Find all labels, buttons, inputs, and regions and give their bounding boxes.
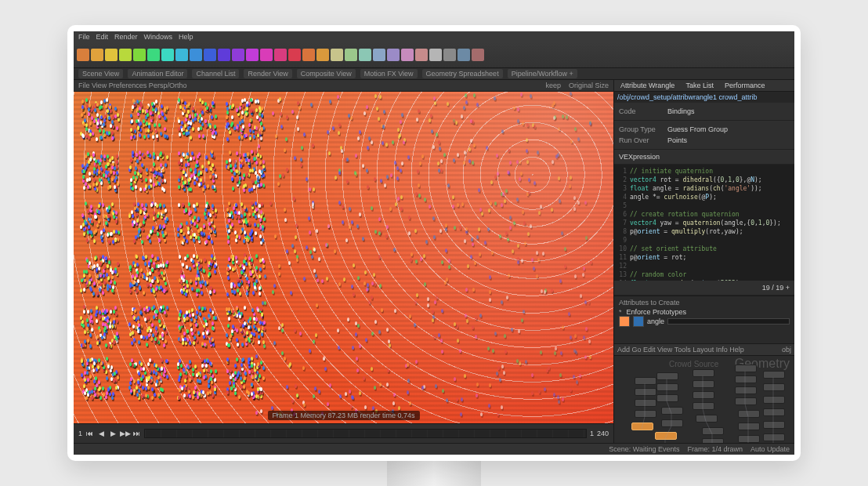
shelf-tool-character[interactable] bbox=[190, 49, 202, 61]
shelf-tool-texture[interactable] bbox=[147, 49, 160, 61]
shelf-tool-rigging[interactable] bbox=[161, 49, 174, 61]
menu-windows[interactable]: Windows bbox=[144, 33, 173, 41]
last-frame-field[interactable]: 240 bbox=[597, 430, 609, 437]
shelf-tool-constraints[interactable] bbox=[204, 49, 216, 61]
network-node[interactable] bbox=[635, 377, 656, 385]
run-over-value[interactable]: Points bbox=[667, 136, 687, 144]
parm-tab-bindings[interactable]: Bindings bbox=[667, 107, 695, 115]
frame-slider[interactable] bbox=[144, 429, 587, 438]
current-frame-field[interactable]: 1 bbox=[590, 430, 594, 437]
shelf-tool-muscles[interactable] bbox=[175, 49, 188, 61]
scene-viewport[interactable]: Frame 1 Memory 87.23 MB render time 0.74… bbox=[74, 92, 613, 423]
shelf-tool-model[interactable] bbox=[105, 49, 118, 61]
color-swatch-b[interactable] bbox=[633, 316, 644, 327]
menu-file[interactable]: File bbox=[78, 33, 90, 41]
shelf-tool-cloth[interactable] bbox=[288, 49, 301, 61]
network-toolbar[interactable]: Add Go Edit View Tools Layout Info Help bbox=[617, 346, 744, 354]
network-node[interactable] bbox=[735, 386, 757, 394]
network-node[interactable] bbox=[635, 410, 656, 418]
tab-takelist[interactable]: Take List bbox=[682, 82, 717, 89]
shelf-tool-rbd-fx[interactable] bbox=[472, 49, 484, 61]
menu-help[interactable]: Help bbox=[179, 33, 193, 41]
step-fwd-icon[interactable]: ▶▶ bbox=[121, 430, 129, 438]
pane-tab-animation-editor[interactable]: Animation Editor bbox=[128, 69, 187, 78]
operator-path[interactable]: /obj/crowd_setup/attribwrangle1 crowd_at… bbox=[614, 92, 794, 103]
tab-performance[interactable]: Performance bbox=[722, 82, 769, 89]
network-node[interactable] bbox=[702, 427, 724, 435]
play-icon[interactable]: ▶ bbox=[109, 430, 118, 438]
shelf-tool-collisions[interactable] bbox=[331, 49, 343, 61]
goto-last-icon[interactable]: ⏭ bbox=[132, 430, 141, 438]
shelf-tool-grooming[interactable] bbox=[246, 49, 259, 61]
shelf-tool-crowds[interactable] bbox=[274, 49, 287, 61]
shelf-tool-drive-simulation[interactable] bbox=[359, 49, 371, 61]
pane-tab-render-view[interactable]: Render View bbox=[244, 69, 291, 78]
menu-edit[interactable]: Edit bbox=[96, 33, 109, 41]
shelf-tool-oceans[interactable] bbox=[443, 49, 456, 61]
shelf-tool-volume[interactable] bbox=[302, 49, 315, 61]
pane-tab-scene-view[interactable]: Scene View bbox=[78, 69, 123, 78]
network-node[interactable] bbox=[661, 407, 683, 415]
network-node[interactable] bbox=[738, 423, 760, 430]
shelf-tool-deform[interactable] bbox=[133, 49, 146, 61]
network-node[interactable] bbox=[735, 375, 757, 383]
angle-slider[interactable] bbox=[667, 318, 790, 325]
network-node[interactable] bbox=[738, 435, 760, 443]
network-node[interactable] bbox=[763, 371, 785, 379]
shelf-tool-polygon[interactable] bbox=[119, 49, 132, 61]
shelf-tool-lights-and-cameras[interactable] bbox=[316, 49, 329, 61]
shelf-tool-pyro-fx[interactable] bbox=[401, 49, 414, 61]
pane-tab-pipeline-workflow-[interactable]: Pipeline/Workflow + bbox=[508, 69, 577, 78]
network-node[interactable] bbox=[656, 383, 678, 391]
shelf-tool-hair[interactable] bbox=[218, 49, 230, 61]
network-node[interactable] bbox=[635, 388, 656, 396]
network-node[interactable] bbox=[656, 394, 678, 402]
network-node[interactable] bbox=[735, 397, 757, 405]
network-node[interactable] bbox=[693, 380, 714, 388]
shelf-tool-tools[interactable] bbox=[232, 49, 244, 61]
shelf-tool-particles[interactable] bbox=[345, 49, 357, 61]
pane-tab-channel-list[interactable]: Channel List bbox=[192, 69, 239, 78]
net-tab-obj[interactable]: obj bbox=[782, 346, 791, 354]
viewport-toggle[interactable]: keep bbox=[545, 82, 561, 89]
pane-tab-motion-fx-view[interactable]: Motion FX View bbox=[360, 69, 418, 78]
network-node[interactable] bbox=[693, 391, 714, 399]
shelf-tool-simple-fx[interactable] bbox=[373, 49, 385, 61]
goto-first-icon[interactable]: ⏮ bbox=[85, 430, 94, 438]
pane-tab-composite-view[interactable]: Composite View bbox=[297, 69, 356, 78]
shelf-tool-modify[interactable] bbox=[91, 49, 103, 61]
menu-render[interactable]: Render bbox=[114, 33, 138, 41]
network-node[interactable] bbox=[635, 399, 656, 407]
network-node[interactable] bbox=[693, 402, 714, 410]
network-node[interactable] bbox=[693, 369, 714, 377]
network-node[interactable] bbox=[763, 421, 785, 429]
network-node[interactable] bbox=[763, 396, 785, 404]
color-swatch-a[interactable] bbox=[619, 316, 630, 327]
group-type-value[interactable]: Guess From Group bbox=[667, 125, 728, 133]
step-back-icon[interactable]: ◀ bbox=[97, 430, 106, 438]
network-node[interactable] bbox=[763, 383, 785, 391]
status-auto[interactable]: Auto Update bbox=[750, 445, 790, 453]
parm-tab-code[interactable]: Code bbox=[619, 107, 663, 115]
network-node[interactable] bbox=[735, 364, 757, 372]
viewport-menus[interactable]: File View Preferences Persp/Ortho bbox=[78, 82, 186, 89]
shelf-tool-terrain[interactable] bbox=[260, 49, 273, 61]
shelf-tool-rigid-bodies[interactable] bbox=[387, 49, 400, 61]
network-node[interactable] bbox=[763, 433, 785, 441]
network-node[interactable] bbox=[738, 410, 760, 418]
shelf-tool-wire[interactable] bbox=[429, 49, 442, 61]
tab-attribwrangle[interactable]: Attribute Wrangle bbox=[617, 82, 678, 89]
network-editor[interactable]: Add Go Edit View Tools Layout Info Help … bbox=[614, 343, 794, 443]
shelf-tool-cloud-fx[interactable] bbox=[415, 49, 428, 61]
network-node[interactable] bbox=[702, 438, 724, 443]
network-node[interactable] bbox=[763, 408, 785, 416]
pane-tab-geometry-spreadsheet[interactable]: Geometry Spreadsheet bbox=[422, 69, 503, 78]
network-node[interactable] bbox=[661, 419, 683, 427]
viewport-size-label[interactable]: Original Size bbox=[569, 82, 609, 89]
attr-value[interactable]: Enforce Prototypes bbox=[627, 308, 687, 316]
vex-code-editor[interactable]: 1// initiate quaternion2vector4 rot = di… bbox=[614, 165, 794, 281]
first-frame-field[interactable]: 1 bbox=[78, 430, 82, 437]
shelf-tool-vellum[interactable] bbox=[458, 49, 470, 61]
shelf-tool-create[interactable] bbox=[77, 49, 89, 61]
network-node[interactable] bbox=[656, 372, 678, 380]
